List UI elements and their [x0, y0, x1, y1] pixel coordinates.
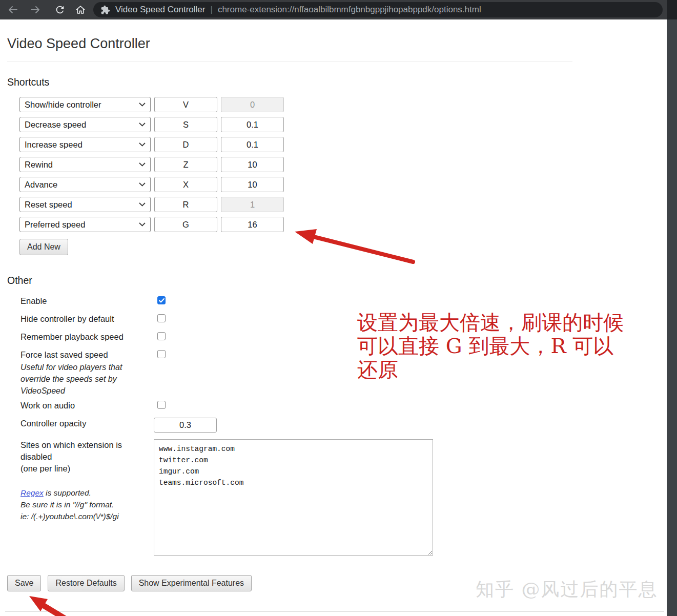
- value-input[interactable]: [221, 157, 284, 172]
- shortcuts-heading: Shortcuts: [7, 75, 667, 89]
- select-value: Rewind: [25, 160, 53, 170]
- option-row-opacity: Controller opacity: [20, 418, 667, 433]
- page-url: chrome-extension://nffaoalbilbmmfgbnbgpp…: [218, 5, 481, 15]
- tab-title: Video Speed Controller: [115, 5, 205, 15]
- option-label: Force last saved speed: [20, 349, 154, 360]
- chevron-down-icon: [139, 162, 146, 167]
- back-arrow-icon[interactable]: [6, 3, 19, 16]
- window-edge-top: [667, 0, 677, 19]
- blacklist-sublabel: (one per line): [20, 463, 154, 475]
- checkmark-icon: [159, 298, 165, 303]
- reload-icon[interactable]: [53, 3, 67, 16]
- chevron-down-icon: [139, 102, 146, 107]
- blacklist-label-column: Sites on which extension is disabled (on…: [20, 439, 154, 522]
- regex-format-note: Be sure it is in "//g" format.: [20, 499, 154, 510]
- opacity-input[interactable]: [154, 418, 217, 433]
- extension-puzzle-icon: [100, 5, 110, 15]
- option-row-enable: Enable: [20, 295, 667, 306]
- option-label: Work on audio: [20, 400, 154, 411]
- address-bar[interactable]: Video Speed Controller | chrome-extensio…: [93, 2, 663, 17]
- value-input[interactable]: [221, 137, 284, 152]
- key-input[interactable]: [154, 217, 217, 232]
- select-value: Preferred speed: [25, 220, 85, 230]
- select-value: Increase speed: [25, 140, 83, 150]
- force-speed-note: Useful for video players that override t…: [20, 361, 150, 397]
- add-new-button[interactable]: Add New: [19, 239, 68, 255]
- value-input[interactable]: [221, 177, 284, 192]
- value-input: [221, 197, 284, 212]
- enable-checkbox[interactable]: [157, 296, 166, 304]
- shortcut-row: Preferred speed: [19, 217, 667, 232]
- value-input[interactable]: [221, 117, 284, 132]
- force-speed-checkbox[interactable]: [157, 350, 166, 358]
- title-url-separator: |: [210, 5, 212, 15]
- option-row-work-on-audio: Work on audio: [20, 400, 667, 411]
- bottom-divider: [5, 611, 664, 612]
- chevron-down-icon: [139, 202, 146, 207]
- key-input[interactable]: [154, 137, 217, 152]
- shortcut-row: Advance: [19, 177, 667, 192]
- watermark-text: 知乎 @风过后的平息: [476, 577, 658, 602]
- key-input[interactable]: [154, 157, 217, 172]
- chevron-down-icon: [139, 182, 146, 187]
- blacklist-textarea[interactable]: www.instagram.com twitter.com imgur.com …: [154, 439, 433, 556]
- action-select-rewind[interactable]: Rewind: [19, 157, 151, 172]
- value-input[interactable]: [221, 217, 284, 232]
- select-value: Decrease speed: [25, 120, 86, 130]
- chevron-down-icon: [139, 222, 146, 227]
- option-row-blacklist: Sites on which extension is disabled (on…: [20, 439, 667, 556]
- regex-link[interactable]: Regex: [20, 488, 44, 497]
- key-input[interactable]: [154, 97, 217, 112]
- action-select-decrease[interactable]: Decrease speed: [19, 117, 151, 132]
- shortcut-row: Show/hide controller: [19, 97, 667, 112]
- regex-example: ie: /(.+)youtube\.com(\/*)$/gi: [20, 510, 154, 522]
- title-divider: [7, 61, 572, 62]
- option-label: Controller opacity: [20, 418, 154, 429]
- option-label: Enable: [20, 295, 154, 306]
- key-input[interactable]: [154, 177, 217, 192]
- remember-speed-checkbox[interactable]: [157, 332, 166, 340]
- regex-note-rest: is supported.: [44, 488, 91, 497]
- action-select-preferred[interactable]: Preferred speed: [19, 217, 151, 232]
- blacklist-label: Sites on which extension is disabled: [20, 439, 146, 463]
- chevron-down-icon: [139, 142, 146, 147]
- footer-actions: Save Restore Defaults Show Experimental …: [7, 575, 252, 591]
- action-select-advance[interactable]: Advance: [19, 177, 151, 192]
- key-input[interactable]: [154, 117, 217, 132]
- regex-notes: Regex is supported. Be sure it is in "//…: [20, 487, 154, 522]
- shortcut-row: Increase speed: [19, 137, 667, 152]
- options-page: Video Speed Controller Shortcuts Show/hi…: [0, 19, 667, 556]
- forward-arrow-icon[interactable]: [29, 3, 42, 16]
- action-select-increase[interactable]: Increase speed: [19, 137, 151, 152]
- save-button[interactable]: Save: [7, 575, 41, 591]
- browser-toolbar: Video Speed Controller | chrome-extensio…: [0, 0, 677, 19]
- select-value: Reset speed: [25, 200, 72, 210]
- page-title: Video Speed Controller: [7, 35, 667, 52]
- option-label: Hide controller by default: [20, 313, 154, 324]
- other-heading: Other: [7, 274, 667, 287]
- select-value: Show/hide controller: [25, 100, 101, 110]
- home-icon[interactable]: [74, 3, 87, 16]
- value-input: [221, 97, 284, 112]
- restore-defaults-button[interactable]: Restore Defaults: [48, 575, 124, 591]
- screenshot-stage: Video Speed Controller | chrome-extensio…: [0, 0, 677, 616]
- key-input[interactable]: [154, 197, 217, 212]
- red-arrow-to-save-button: [29, 596, 73, 616]
- shortcut-row: Decrease speed: [19, 117, 667, 132]
- option-label: Remember playback speed: [20, 331, 154, 342]
- experimental-features-button[interactable]: Show Experimental Features: [131, 575, 252, 591]
- scrollbar-track[interactable]: [667, 19, 677, 616]
- action-select-show-hide[interactable]: Show/hide controller: [19, 97, 151, 112]
- action-select-reset[interactable]: Reset speed: [19, 197, 151, 212]
- work-on-audio-checkbox[interactable]: [157, 401, 166, 409]
- red-annotation-text: 设置为最大倍速，刷课的时候 可以直接 G 到最大，R 可以 还原: [357, 311, 665, 381]
- hide-controller-checkbox[interactable]: [157, 314, 166, 322]
- chevron-down-icon: [139, 122, 146, 127]
- select-value: Advance: [25, 180, 57, 190]
- shortcut-row: Reset speed: [19, 197, 667, 212]
- shortcut-row: Rewind: [19, 157, 667, 172]
